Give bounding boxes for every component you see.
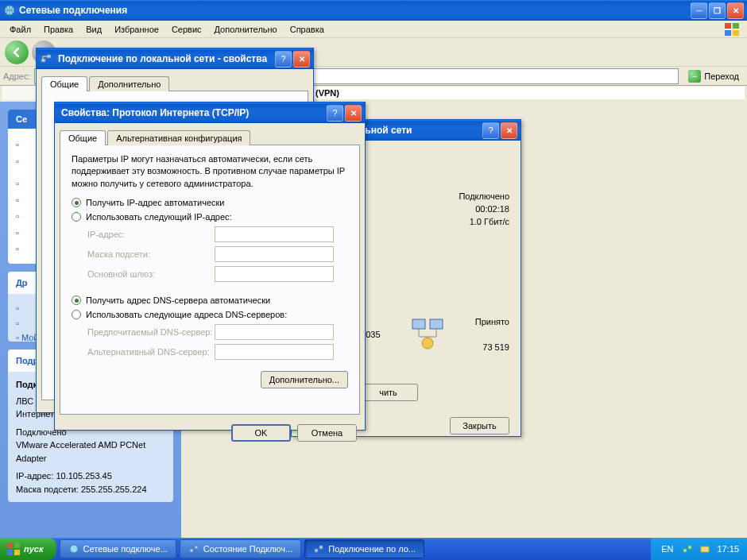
windows-flag-icon (723, 22, 744, 37)
menu-favorites[interactable]: Избранное (108, 23, 165, 36)
window-controls: ─ ❐ ✕ (691, 2, 744, 19)
close-button[interactable]: ✕ (293, 51, 310, 68)
close-button[interactable]: ✕ (345, 105, 362, 122)
system-tray: EN 17:15 (651, 538, 747, 560)
description-text: Параметры IP могут назначаться автоматич… (72, 153, 348, 190)
task-connection-status[interactable]: Состояние Подключ... (180, 539, 301, 558)
radio-obtain-dns-auto[interactable]: Получить адрес DNS-сервера автоматически (72, 295, 348, 305)
main-titlebar: Сетевые подключения ─ ❐ ✕ (0, 0, 747, 21)
dialog-titlebar[interactable]: Свойства: Протокол Интернета (TCP/IP) ? … (55, 102, 365, 123)
dialog-titlebar[interactable]: Подключение по локальной сети - свойства… (37, 48, 313, 69)
field-gateway: Основной шлюз: (87, 266, 348, 282)
task-icon: ▫ (16, 226, 19, 240)
dialog-title: Свойства: Протокол Интернета (TCP/IP) (58, 107, 327, 118)
close-button[interactable]: ✕ (501, 122, 517, 139)
network-icon (68, 543, 79, 554)
minimize-button[interactable]: ─ (691, 2, 707, 19)
help-button[interactable]: ? (327, 105, 343, 122)
preferred-dns-input (215, 324, 334, 340)
status-duration: 00:02:18 (475, 204, 509, 214)
cancel-button[interactable]: Отмена (297, 424, 357, 442)
task-connection-properties[interactable]: Подключение по ло... (304, 539, 424, 558)
start-button[interactable]: пуск (0, 538, 56, 560)
disable-button[interactable]: чить (358, 384, 418, 401)
tabs: Общие Дополнительно (37, 70, 313, 91)
maximize-button[interactable]: ❐ (709, 2, 726, 19)
tab-advanced[interactable]: Дополнительно (89, 76, 169, 91)
go-button[interactable]: → Переход (683, 69, 744, 83)
menu-advanced[interactable]: Дополнительно (208, 23, 284, 36)
svg-rect-8 (41, 59, 45, 62)
gateway-input (215, 266, 334, 282)
back-button[interactable] (5, 41, 29, 64)
network-connections-icon (3, 4, 16, 17)
task-icon: ▫ (16, 155, 19, 168)
svg-rect-15 (190, 549, 193, 552)
radio-use-dns[interactable]: Использовать следующие адреса DNS-сервер… (72, 310, 348, 319)
alternate-dns-input (215, 344, 334, 360)
svg-rect-6 (430, 319, 443, 329)
svg-rect-18 (319, 546, 323, 549)
taskbar: пуск Сетевые подключе... Состояние Подкл… (0, 538, 747, 560)
radio-use-ip[interactable]: Использовать следующий IP-адрес: (72, 212, 348, 222)
svg-rect-5 (412, 319, 425, 329)
field-mask: Маска подсети: (87, 246, 348, 262)
menu-tools[interactable]: Сервис (165, 23, 208, 36)
task-icon: ▫ (16, 138, 19, 152)
close-dialog-button[interactable]: Закрыть (450, 417, 509, 434)
svg-rect-3 (725, 30, 731, 36)
svg-rect-9 (47, 55, 51, 58)
radio-icon (72, 295, 81, 305)
svg-rect-12 (7, 550, 13, 555)
menu-file[interactable]: Файл (3, 23, 37, 36)
tray-icon[interactable] (699, 543, 710, 554)
activity-icon (408, 318, 447, 351)
svg-rect-1 (725, 23, 731, 29)
recv-label: Принято (475, 317, 509, 326)
windows-logo-icon (6, 542, 21, 556)
status-speed: 1.0 Гбит/с (470, 217, 509, 226)
tab-panel: Параметры IP могут назначаться автоматич… (60, 145, 360, 415)
menu-view[interactable]: Вид (79, 23, 108, 36)
clock[interactable]: 17:15 (717, 544, 739, 554)
connection-icon (40, 52, 52, 65)
help-button[interactable]: ? (482, 122, 499, 139)
radio-obtain-ip-auto[interactable]: Получить IP-адрес автоматически (72, 198, 348, 207)
task-icon: ▫ (16, 194, 19, 207)
svg-point-14 (70, 545, 78, 553)
language-indicator[interactable]: EN (659, 543, 675, 554)
tab-general[interactable]: Общие (41, 76, 87, 91)
ip-address-input (215, 226, 334, 242)
tab-general[interactable]: Общие (60, 130, 106, 145)
task-network-connections[interactable]: Сетевые подключе... (60, 539, 176, 558)
tray-icon[interactable] (682, 543, 693, 554)
go-arrow-icon: → (688, 70, 701, 83)
svg-rect-21 (701, 546, 709, 552)
close-button[interactable]: ✕ (727, 2, 744, 19)
recv-value: 73 519 (475, 342, 509, 352)
svg-rect-2 (733, 23, 739, 29)
svg-point-7 (422, 338, 433, 349)
help-button[interactable]: ? (275, 51, 292, 68)
radio-icon (72, 198, 81, 207)
panel-title: Се (16, 114, 27, 124)
dialog-buttons: OK Отмена (55, 419, 365, 446)
svg-rect-20 (688, 546, 691, 549)
svg-rect-13 (14, 550, 20, 555)
tabs: Общие Альтернативная конфигурация (55, 124, 365, 145)
menubar: Файл Правка Вид Избранное Сервис Дополни… (0, 21, 747, 38)
menu-help[interactable]: Справка (284, 23, 331, 36)
detail-mask: Маска подсети: 255.255.255.224 (16, 483, 165, 496)
task-icon: ▫ (16, 177, 19, 191)
advanced-button[interactable]: Дополнительно... (261, 371, 348, 388)
connection-icon (313, 543, 324, 554)
detail-ip: IP-адрес: 10.105.253.45 (16, 469, 165, 483)
status-state: Подключено (459, 191, 509, 201)
menu-edit[interactable]: Правка (37, 23, 79, 36)
tcpip-properties-dialog: Свойства: Протокол Интернета (TCP/IP) ? … (54, 102, 366, 431)
svg-rect-19 (683, 549, 687, 552)
dialog-title: Подключение по локальной сети - свойства (55, 53, 275, 64)
group-header-vpn: (VPN) (310, 86, 745, 100)
tab-alternate[interactable]: Альтернативная конфигурация (107, 130, 250, 145)
ok-button[interactable]: OK (231, 424, 291, 442)
